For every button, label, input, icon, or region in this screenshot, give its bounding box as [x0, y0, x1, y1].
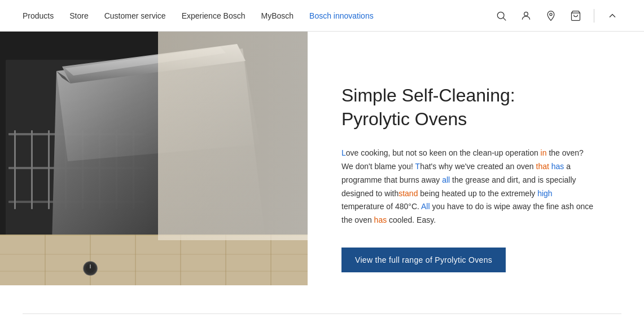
- cart-button[interactable]: [567, 7, 585, 25]
- header-icons: [492, 7, 621, 25]
- hero-title: Simple Self-Cleaning: Pyrolytic Ovens: [341, 84, 567, 131]
- desc-text-10: cooled. Easy.: [387, 215, 436, 224]
- svg-rect-24: [0, 235, 308, 285]
- location-button[interactable]: [542, 7, 560, 25]
- hero-description: Love cooking, but not so keen on the cle…: [341, 147, 595, 227]
- desc-that: that: [536, 162, 549, 171]
- bottom-divider: [23, 313, 621, 314]
- desc-all: all: [442, 175, 450, 184]
- view-range-button[interactable]: View the full range of Pyrolytic Ovens: [341, 248, 506, 272]
- hero-content: Simple Self-Cleaning: Pyrolytic Ovens Lo…: [308, 32, 644, 313]
- desc-all2: All: [421, 202, 430, 211]
- hero-image: [0, 32, 308, 285]
- account-icon: [520, 10, 532, 21]
- nav-bosch-innovations[interactable]: Bosch innovations: [309, 11, 374, 20]
- desc-high: high: [537, 189, 552, 198]
- nav-customer-service[interactable]: Customer service: [104, 11, 166, 20]
- oven-illustration: [0, 32, 308, 285]
- nav-experience-bosch[interactable]: Experience Bosch: [182, 11, 246, 20]
- location-icon: [545, 10, 557, 21]
- header: Products Store Customer service Experien…: [0, 0, 644, 32]
- header-divider: [594, 9, 594, 23]
- account-button[interactable]: [517, 7, 535, 25]
- nav-mybosch[interactable]: MyBosch: [261, 11, 293, 20]
- nav-products[interactable]: Products: [23, 11, 54, 20]
- svg-rect-11: [31, 130, 33, 209]
- desc-text-8: temperature of 480°C.: [341, 202, 421, 211]
- svg-line-1: [503, 17, 506, 20]
- desc-text-7: being heated up to the extremely: [418, 189, 537, 198]
- collapse-button[interactable]: [603, 7, 621, 25]
- svg-rect-10: [14, 130, 16, 209]
- search-button[interactable]: [492, 7, 510, 25]
- svg-rect-12: [48, 130, 50, 209]
- desc-text-3: hat's why we've created an oven: [420, 162, 536, 171]
- search-icon: [496, 10, 507, 21]
- svg-point-2: [524, 12, 528, 16]
- svg-point-3: [550, 13, 552, 15]
- cart-badge: [570, 10, 581, 21]
- svg-point-0: [497, 12, 504, 19]
- chevron-up-icon: [607, 10, 618, 21]
- svg-rect-37: [158, 32, 308, 240]
- main-nav: Products Store Customer service Experien…: [23, 11, 374, 20]
- desc-char-1: L: [341, 148, 346, 157]
- desc-has2: has: [374, 215, 387, 224]
- cart-icon: [570, 10, 581, 21]
- desc-in: in: [541, 148, 547, 157]
- desc-char-2: T: [415, 162, 420, 171]
- desc-text-1: ove cooking, but not so keen on the clea…: [346, 148, 541, 157]
- desc-stand: stand: [398, 189, 418, 198]
- hero-section: Simple Self-Cleaning: Pyrolytic Ovens Lo…: [0, 32, 644, 313]
- nav-store[interactable]: Store: [69, 11, 88, 20]
- desc-has: has: [551, 162, 564, 171]
